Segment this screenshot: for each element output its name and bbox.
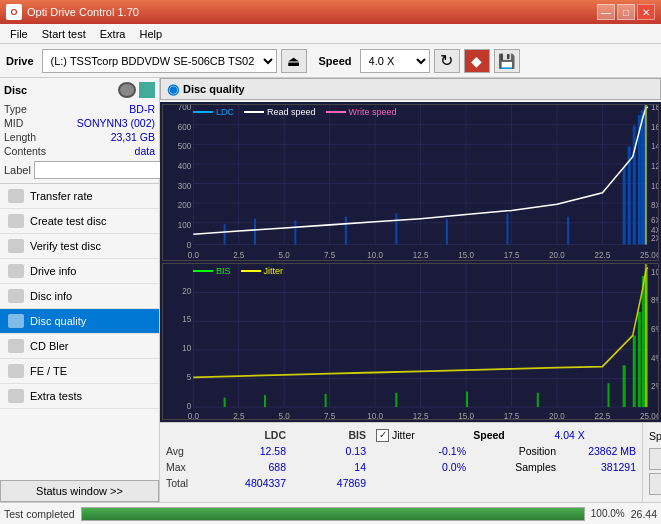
svg-text:10%: 10%: [651, 266, 658, 277]
svg-rect-111: [638, 312, 641, 407]
disc-label-label: Label: [4, 164, 31, 176]
progress-bar-container: [81, 507, 585, 521]
disc-icon2: [139, 82, 155, 98]
chart-header: ◉ Disc quality: [160, 78, 661, 100]
sidebar-btn-label-cd-bler: CD Bler: [30, 340, 69, 352]
speed-stat-label: Speed: [425, 427, 505, 443]
sidebar-btn-icon-transfer-rate: [8, 189, 24, 203]
svg-text:2%: 2%: [651, 381, 658, 392]
start-part-button[interactable]: Start part: [649, 473, 661, 495]
sidebar-btn-drive-info[interactable]: Drive info: [0, 259, 159, 284]
svg-text:12.5: 12.5: [413, 251, 429, 260]
progress-label: 100.0%: [591, 508, 625, 519]
disc-mid-value: SONYNN3 (002): [77, 117, 155, 129]
svg-rect-48: [224, 224, 226, 245]
stats-bar: LDC BIS ✓ Jitter Speed 4.04 X Avg 12.58 …: [160, 422, 661, 502]
jitter-checkbox-container: ✓ Jitter: [376, 427, 415, 443]
svg-rect-107: [537, 393, 539, 407]
menu-help[interactable]: Help: [133, 27, 168, 41]
svg-text:22.5: 22.5: [595, 410, 611, 419]
svg-text:20.0: 20.0: [549, 251, 565, 260]
svg-rect-54: [506, 214, 508, 245]
svg-rect-105: [395, 393, 397, 407]
svg-text:400: 400: [178, 162, 192, 171]
svg-text:7.5: 7.5: [324, 410, 335, 419]
jitter-checkbox[interactable]: ✓: [376, 429, 389, 442]
chart-bis-legend: BIS Jitter: [193, 266, 283, 276]
disc-type-value: BD-R: [129, 103, 155, 115]
sidebar-btn-label-drive-info: Drive info: [30, 265, 76, 277]
svg-text:0.0: 0.0: [188, 410, 199, 419]
sidebar-btn-create-test-disc[interactable]: Create test disc: [0, 209, 159, 234]
svg-text:18X: 18X: [651, 105, 658, 112]
svg-text:20: 20: [182, 285, 191, 296]
refresh-button[interactable]: ↻: [434, 49, 460, 73]
svg-text:0: 0: [187, 241, 192, 250]
sidebar-btn-disc-quality[interactable]: Disc quality: [0, 309, 159, 334]
sidebar-btn-label-extra-tests: Extra tests: [30, 390, 82, 402]
menu-start-test[interactable]: Start test: [36, 27, 92, 41]
svg-rect-60: [641, 110, 644, 244]
menu-extra[interactable]: Extra: [94, 27, 132, 41]
svg-text:15: 15: [182, 314, 191, 325]
disc-mid-label: MID: [4, 117, 23, 129]
sidebar-btn-fe-te[interactable]: FE / TE: [0, 359, 159, 384]
svg-text:2.5: 2.5: [233, 410, 244, 419]
total-label: Total: [166, 475, 206, 491]
main-area: Disc Type BD-R MID SONYNN3 (002) Length …: [0, 78, 661, 502]
sidebar-btn-label-transfer-rate: Transfer rate: [30, 190, 93, 202]
svg-text:0.0: 0.0: [188, 251, 200, 260]
sidebar-btn-cd-bler[interactable]: CD Bler: [0, 334, 159, 359]
speed-select[interactable]: 4.0 X: [360, 49, 430, 73]
menu-file[interactable]: File: [4, 27, 34, 41]
stats-ldc-header: LDC: [216, 427, 286, 443]
stats-empty: [166, 427, 206, 443]
samples-label: Samples: [476, 459, 556, 475]
sidebar-btn-disc-info[interactable]: Disc info: [0, 284, 159, 309]
close-button[interactable]: ✕: [637, 4, 655, 20]
max-ldc: 688: [216, 459, 286, 475]
stats-right: Speed 4.0 X Start full Start part: [642, 423, 661, 502]
disc-label-input[interactable]: [34, 161, 167, 179]
svg-rect-52: [395, 214, 397, 245]
disc-type-label: Type: [4, 103, 27, 115]
svg-text:25.0: 25.0: [640, 251, 656, 260]
sidebar-btn-label-fe-te: FE / TE: [30, 365, 67, 377]
avg-ldc: 12.58: [216, 443, 286, 459]
svg-text:20.0: 20.0: [549, 410, 565, 419]
total-ldc: 4804337: [216, 475, 286, 491]
svg-rect-103: [264, 395, 266, 407]
svg-text:10X: 10X: [651, 182, 658, 191]
start-full-button[interactable]: Start full: [649, 448, 661, 470]
svg-text:15.0: 15.0: [458, 251, 474, 260]
sidebar-btn-icon-disc-info: [8, 289, 24, 303]
svg-text:12.5: 12.5: [413, 410, 429, 419]
maximize-button[interactable]: □: [617, 4, 635, 20]
sidebar-btn-extra-tests[interactable]: Extra tests: [0, 384, 159, 409]
svg-rect-63: [163, 264, 658, 419]
sidebar-btn-verify-test-disc[interactable]: Verify test disc: [0, 234, 159, 259]
svg-rect-106: [466, 392, 468, 408]
disc-contents-label: Contents: [4, 145, 46, 157]
status-window-button[interactable]: Status window >>: [0, 480, 159, 502]
svg-text:200: 200: [178, 201, 192, 210]
drive-select[interactable]: (L:) TSSTcorp BDDVDW SE-506CB TS02: [42, 49, 277, 73]
sidebar-btn-label-disc-quality: Disc quality: [30, 315, 86, 327]
svg-text:14X: 14X: [651, 142, 658, 151]
svg-text:GB: GB: [656, 410, 658, 419]
svg-text:10.0: 10.0: [367, 410, 383, 419]
svg-text:GB: GB: [656, 251, 658, 260]
app-icon: O: [6, 4, 22, 20]
svg-text:5.0: 5.0: [279, 410, 290, 419]
sidebar-btn-transfer-rate[interactable]: Transfer rate: [0, 184, 159, 209]
svg-rect-55: [567, 217, 569, 245]
title-bar: O Opti Drive Control 1.70 — □ ✕: [0, 0, 661, 24]
eject-button[interactable]: ⏏: [281, 49, 307, 73]
svg-rect-109: [623, 365, 626, 407]
settings-button[interactable]: ◆: [464, 49, 490, 73]
minimize-button[interactable]: —: [597, 4, 615, 20]
save-button[interactable]: 💾: [494, 49, 520, 73]
svg-text:12X: 12X: [651, 162, 658, 171]
chart-header-title: Disc quality: [183, 83, 245, 95]
toolbar: Drive (L:) TSSTcorp BDDVDW SE-506CB TS02…: [0, 44, 661, 78]
